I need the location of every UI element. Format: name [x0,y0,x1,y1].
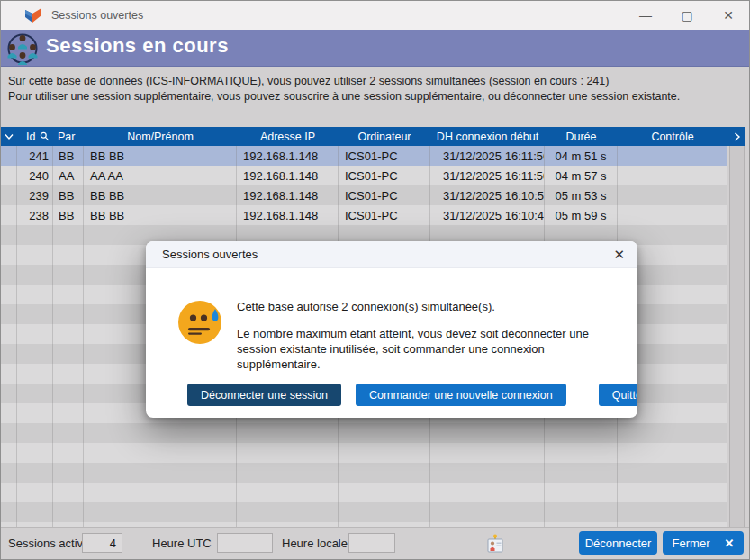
cell-ip[interactable] [237,483,339,502]
minimize-button[interactable]: — [625,1,666,30]
cell-ip[interactable] [237,423,339,443]
column-header-dh[interactable]: DH connexion début [430,127,545,146]
cell-sel[interactable] [1,166,17,185]
cell-nom[interactable]: BB BB [84,185,237,205]
cell-id[interactable] [17,502,53,522]
cell-ord[interactable]: ICS01-PC [339,205,430,225]
cell-par[interactable] [53,285,84,304]
cell-id[interactable] [17,483,53,502]
cell-nom[interactable] [84,443,237,463]
cell-ord[interactable]: ICS01-PC [339,185,430,205]
heure-utc-field[interactable] [217,533,273,553]
table-row[interactable]: 241BBBB BB192.168.1.148ICS01-PC31/12/202… [1,146,727,166]
cell-id[interactable]: 240 [17,166,53,185]
cell-id[interactable] [17,245,53,265]
cell-dur[interactable] [545,463,618,483]
cell-dur[interactable]: 05 m 53 s [545,185,618,205]
cell-ord[interactable]: ICS01-PC [339,146,430,166]
cell-sel[interactable] [1,502,17,522]
column-header-ordinateur[interactable]: Ordinateur [339,127,430,146]
cell-par[interactable] [53,384,84,403]
cell-ord[interactable]: ICS01-PC [339,166,430,185]
cell-ord[interactable] [339,483,430,502]
quit-gestan-button[interactable]: Quitter Gestan [599,384,637,406]
cell-id[interactable]: 239 [17,185,53,205]
cell-ip[interactable] [237,502,339,522]
order-connection-button[interactable]: Commander une nouvelle connexion [356,384,566,406]
id-card-icon[interactable] [486,534,504,554]
heure-locale-field[interactable] [348,533,395,553]
cell-dur[interactable] [545,443,618,463]
cell-sel[interactable] [1,403,17,423]
header-chevron-right-icon[interactable] [727,127,745,146]
header-chevron-down-icon[interactable] [1,127,17,146]
cell-par[interactable] [53,502,84,522]
cell-nom[interactable] [84,502,237,522]
column-header-id[interactable]: Id [17,127,53,146]
cell-sel[interactable] [1,185,17,205]
cell-nom[interactable]: AA AA [84,166,237,185]
cell-id[interactable] [17,324,53,344]
cell-par[interactable] [53,443,84,463]
column-header-controle[interactable]: Contrôle [618,127,727,146]
cell-sel[interactable] [1,463,17,483]
cell-id[interactable] [17,423,53,443]
cell-ip[interactable]: 192.168.1.148 [237,205,339,225]
cell-id[interactable] [17,265,53,285]
disconnect-session-button[interactable]: Déconnecter une session [187,384,341,406]
cell-par[interactable] [53,324,84,344]
cell-id[interactable] [17,344,53,364]
cell-dh[interactable] [430,502,545,522]
cell-dur[interactable]: 04 m 51 s [545,146,618,166]
cell-ord[interactable] [339,463,430,483]
close-button[interactable]: ✕ [708,1,749,30]
cell-sel[interactable] [1,384,17,403]
table-row-empty[interactable] [1,423,727,443]
cell-dur[interactable]: 04 m 57 s [545,166,618,185]
table-row[interactable]: 239BBBB BB192.168.1.148ICS01-PC31/12/202… [1,185,727,205]
cell-ip[interactable]: 192.168.1.148 [237,166,339,185]
cell-ord[interactable] [339,423,430,443]
cell-par[interactable] [53,403,84,423]
cell-id[interactable] [17,463,53,483]
cell-dh[interactable] [430,443,545,463]
cell-ip[interactable]: 192.168.1.148 [237,185,339,205]
cell-par[interactable]: BB [53,146,84,166]
table-row-empty[interactable] [1,483,727,502]
cell-sel[interactable] [1,265,17,285]
cell-nom[interactable] [84,463,237,483]
cell-dh[interactable] [430,483,545,502]
cell-par[interactable] [53,225,84,245]
table-row-empty[interactable] [1,443,727,463]
cell-ctl[interactable] [618,166,727,185]
cell-id[interactable]: 238 [17,205,53,225]
cell-ctl[interactable] [618,443,727,463]
vertical-scrollbar[interactable] [729,146,745,527]
column-header-duree[interactable]: Durée [545,127,618,146]
column-header-nom[interactable]: Nom/Prénom [84,127,237,146]
cell-id[interactable] [17,403,53,423]
cell-ctl[interactable] [618,205,727,225]
cell-sel[interactable] [1,483,17,502]
table-row-empty[interactable] [1,502,727,522]
cell-par[interactable] [53,423,84,443]
cell-dh[interactable]: 31/12/2025 16:10:54 [430,185,545,205]
cell-ctl[interactable] [618,146,727,166]
column-header-ip[interactable]: Adresse IP [237,127,339,146]
cell-ctl[interactable] [618,463,727,483]
sessions-actives-field[interactable]: 4 [82,533,122,553]
cell-ip[interactable] [237,443,339,463]
cell-ord[interactable] [339,443,430,463]
cell-sel[interactable] [1,245,17,265]
table-row[interactable]: 238BBBB BB192.168.1.148ICS01-PC31/12/202… [1,205,727,225]
dialog-close-icon[interactable]: ✕ [613,248,625,261]
cell-ip[interactable]: 192.168.1.148 [237,146,339,166]
cell-dh[interactable]: 31/12/2025 16:10:48 [430,205,545,225]
footer-disconnect-button[interactable]: Déconnecter [579,531,657,555]
cell-id[interactable] [17,364,53,384]
cell-id[interactable] [17,443,53,463]
cell-sel[interactable] [1,423,17,443]
cell-sel[interactable] [1,146,17,166]
cell-id[interactable] [17,304,53,324]
cell-sel[interactable] [1,205,17,225]
